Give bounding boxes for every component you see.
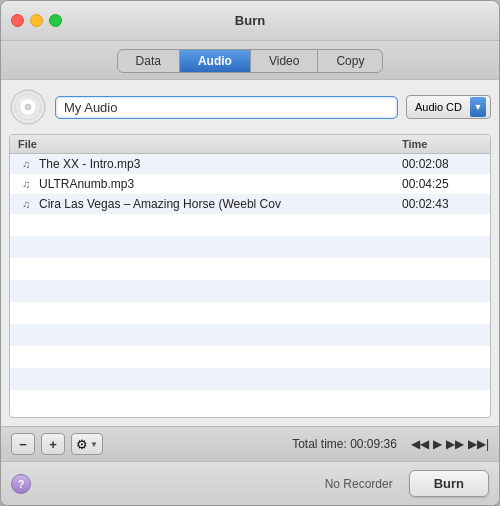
burn-button[interactable]: Burn [409, 470, 489, 497]
disc-icon [9, 88, 47, 126]
file-list-header: File Time [10, 135, 490, 154]
bottom-bar: − + ⚙ ▼ Total time: 00:09:36 ◀◀ ▶ ▶▶ ▶▶| [1, 426, 499, 461]
svg-point-4 [27, 106, 30, 109]
tab-audio[interactable]: Audio [180, 50, 251, 72]
table-row[interactable]: ♫ The XX - Intro.mp3 00:02:08 [10, 154, 490, 174]
close-button[interactable] [11, 14, 24, 27]
file-time: 00:04:25 [402, 177, 482, 191]
music-note-icon: ♫ [18, 177, 34, 191]
disc-row: Audio CD [9, 88, 491, 126]
remove-button[interactable]: − [11, 433, 35, 455]
music-note-icon: ♫ [18, 197, 34, 211]
col-time-header: Time [402, 138, 482, 150]
disc-name-input[interactable] [55, 96, 398, 119]
tab-video[interactable]: Video [251, 50, 318, 72]
minimize-button[interactable] [30, 14, 43, 27]
play-button[interactable]: ▶ [433, 437, 442, 451]
file-time: 00:02:08 [402, 157, 482, 171]
file-name: The XX - Intro.mp3 [39, 157, 402, 171]
format-select-arrow [470, 97, 486, 117]
fast-forward-button[interactable]: ▶▶ [446, 437, 464, 451]
file-list-container: File Time ♫ The XX - Intro.mp3 00:02:08 … [9, 134, 491, 418]
table-row-empty [10, 214, 490, 236]
maximize-button[interactable] [49, 14, 62, 27]
window-title: Burn [235, 13, 265, 28]
table-row-empty [10, 258, 490, 280]
tab-data[interactable]: Data [118, 50, 180, 72]
table-row-empty [10, 324, 490, 346]
titlebar: Burn [1, 1, 499, 41]
gear-dropdown-arrow: ▼ [90, 440, 98, 449]
toolbar: Data Audio Video Copy [1, 41, 499, 80]
gear-menu-button[interactable]: ⚙ ▼ [71, 433, 103, 455]
table-row-empty [10, 302, 490, 324]
tab-copy[interactable]: Copy [318, 50, 382, 72]
main-content: Audio CD File Time ♫ The XX - Intro.mp3 … [1, 80, 499, 426]
file-list-body: ♫ The XX - Intro.mp3 00:02:08 ♫ ULTRAnum… [10, 154, 490, 417]
add-button[interactable]: + [41, 433, 65, 455]
playback-controls: ◀◀ ▶ ▶▶ ▶▶| [411, 437, 489, 451]
format-select[interactable]: Audio CD [406, 95, 491, 119]
skip-button[interactable]: ▶▶| [468, 437, 489, 451]
file-name: ULTRAnumb.mp3 [39, 177, 402, 191]
format-label: Audio CD [415, 101, 462, 113]
music-note-icon: ♫ [18, 157, 34, 171]
main-window: Burn Data Audio Video Copy [0, 0, 500, 506]
no-recorder-label: No Recorder [325, 477, 393, 491]
col-file-header: File [18, 138, 402, 150]
gear-icon: ⚙ [76, 437, 88, 452]
table-row-empty [10, 346, 490, 368]
table-row[interactable]: ♫ ULTRAnumb.mp3 00:04:25 [10, 174, 490, 194]
help-button[interactable]: ? [11, 474, 31, 494]
tab-group: Data Audio Video Copy [117, 49, 384, 73]
file-time: 00:02:43 [402, 197, 482, 211]
table-row-empty [10, 280, 490, 302]
total-time-label: Total time: 00:09:36 [292, 437, 397, 451]
traffic-lights [11, 14, 62, 27]
table-row-empty [10, 368, 490, 390]
table-row[interactable]: ♫ Cira Las Vegas – Amazing Horse (Weebl … [10, 194, 490, 214]
file-name: Cira Las Vegas – Amazing Horse (Weebl Co… [39, 197, 402, 211]
table-row-empty [10, 236, 490, 258]
status-bar: ? No Recorder Burn [1, 461, 499, 505]
rewind-button[interactable]: ◀◀ [411, 437, 429, 451]
